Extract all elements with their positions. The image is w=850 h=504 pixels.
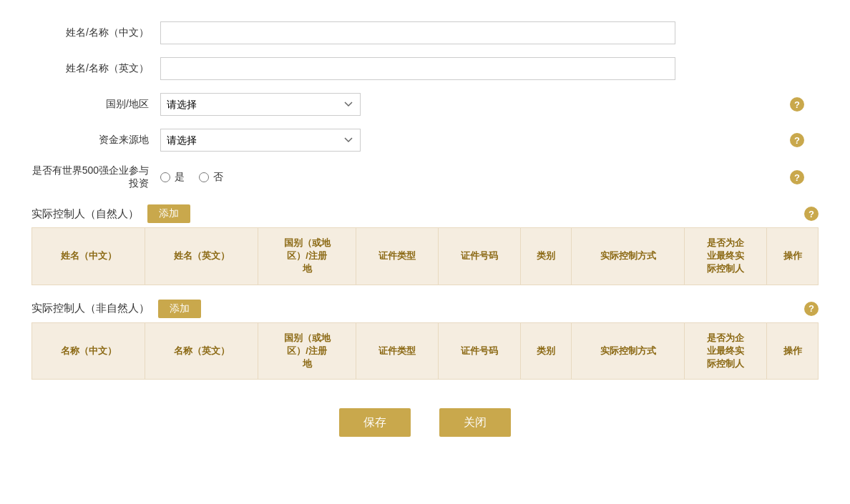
non-natural-col-is-ultimate: 是否为企业最终实际控制人 — [685, 322, 767, 380]
fund-source-row: 资金来源地 请选择 ? — [31, 129, 819, 152]
natural-col-category: 类别 — [520, 228, 572, 285]
name-en-input[interactable] — [160, 57, 675, 80]
natural-controller-header-row: 姓名（中文） 姓名（英文） 国别（或地区）/注册地 证件类型 证件号码 类别 实… — [32, 228, 819, 285]
natural-col-is-ultimate: 是否为企业最终实际控制人 — [685, 228, 767, 285]
fortune500-help-icon[interactable]: ? — [790, 170, 804, 184]
non-natural-col-operation: 操作 — [767, 322, 819, 380]
natural-controller-section: 实际控制人（自然人） 添加 ? 姓名（中文） 姓名（英文） 国别（或地区）/注册… — [31, 204, 819, 285]
non-natural-controller-table: 名称（中文） 名称（英文） 国别（或地区）/注册地 证件类型 证件号码 类别 实… — [31, 322, 819, 380]
natural-col-cert-type: 证件类型 — [356, 228, 438, 285]
natural-col-country: 国别（或地区）/注册地 — [258, 228, 356, 285]
country-row: 国别/地区 请选择 ? — [31, 93, 819, 116]
non-natural-col-name-en: 名称（英文） — [145, 322, 258, 380]
radio-no-input[interactable] — [199, 172, 209, 182]
radio-yes-label: 是 — [175, 171, 185, 184]
non-natural-col-cert-no: 证件号码 — [438, 322, 520, 380]
country-select[interactable]: 请选择 — [160, 93, 361, 116]
natural-controller-header: 实际控制人（自然人） 添加 ? — [31, 204, 819, 223]
fortune500-radio-group: 是 否 — [160, 171, 223, 184]
fund-source-select[interactable]: 请选择 — [160, 129, 361, 152]
fortune500-row: 是否有世界500强企业参与投资 是 否 ? — [31, 164, 819, 190]
name-zh-row: 姓名/名称（中文） — [31, 21, 819, 44]
natural-col-operation: 操作 — [767, 228, 819, 285]
natural-controller-title: 实际控制人（自然人） — [31, 207, 139, 221]
fortune500-label: 是否有世界500强企业参与投资 — [31, 164, 160, 190]
radio-no-option[interactable]: 否 — [199, 171, 223, 184]
radio-yes-input[interactable] — [160, 172, 170, 182]
non-natural-col-name-zh: 名称（中文） — [32, 322, 145, 380]
natural-controller-header-left: 实际控制人（自然人） 添加 — [31, 204, 190, 223]
natural-controller-table-head: 姓名（中文） 姓名（英文） 国别（或地区）/注册地 证件类型 证件号码 类别 实… — [32, 228, 819, 285]
natural-col-name-en: 姓名（英文） — [145, 228, 258, 285]
natural-controller-table: 姓名（中文） 姓名（英文） 国别（或地区）/注册地 证件类型 证件号码 类别 实… — [31, 227, 819, 285]
close-button[interactable]: 关闭 — [439, 408, 511, 437]
natural-controller-help-icon[interactable]: ? — [804, 207, 819, 221]
natural-col-name-zh: 姓名（中文） — [32, 228, 145, 285]
name-zh-label: 姓名/名称（中文） — [31, 26, 160, 39]
non-natural-controller-header-left: 实际控制人（非自然人） 添加 — [31, 300, 201, 318]
non-natural-col-cert-type: 证件类型 — [356, 322, 438, 380]
form-section: 姓名/名称（中文） 姓名/名称（英文） 国别/地区 请选择 ? 资金来源地 请选… — [31, 21, 819, 190]
non-natural-controller-add-btn[interactable]: 添加 — [158, 300, 201, 318]
fund-source-label: 资金来源地 — [31, 134, 160, 147]
country-label: 国别/地区 — [31, 98, 160, 111]
non-natural-col-category: 类别 — [520, 322, 572, 380]
radio-yes-option[interactable]: 是 — [160, 171, 185, 184]
save-button[interactable]: 保存 — [339, 408, 411, 437]
country-help-icon[interactable]: ? — [790, 97, 804, 112]
name-zh-input[interactable] — [160, 21, 675, 44]
natural-controller-add-btn[interactable]: 添加 — [147, 204, 190, 223]
non-natural-controller-section: 实际控制人（非自然人） 添加 ? 名称（中文） 名称（英文） 国别（或地区）/注… — [31, 300, 819, 380]
non-natural-controller-help-icon[interactable]: ? — [804, 302, 819, 316]
non-natural-controller-header-row: 名称（中文） 名称（英文） 国别（或地区）/注册地 证件类型 证件号码 类别 实… — [32, 322, 819, 380]
non-natural-controller-title: 实际控制人（非自然人） — [31, 302, 150, 315]
non-natural-col-country: 国别（或地区）/注册地 — [258, 322, 356, 380]
radio-no-label: 否 — [213, 171, 223, 184]
bottom-buttons: 保存 关闭 — [31, 408, 819, 458]
non-natural-controller-header: 实际控制人（非自然人） 添加 ? — [31, 300, 819, 318]
name-en-row: 姓名/名称（英文） — [31, 57, 819, 80]
natural-col-control-method: 实际控制方式 — [572, 228, 685, 285]
non-natural-col-control-method: 实际控制方式 — [572, 322, 685, 380]
page-container: 姓名/名称（中文） 姓名/名称（英文） 国别/地区 请选择 ? 资金来源地 请选… — [31, 21, 819, 458]
fund-source-help-icon[interactable]: ? — [790, 133, 804, 147]
name-en-label: 姓名/名称（英文） — [31, 62, 160, 75]
non-natural-controller-table-head: 名称（中文） 名称（英文） 国别（或地区）/注册地 证件类型 证件号码 类别 实… — [32, 322, 819, 380]
natural-col-cert-no: 证件号码 — [438, 228, 520, 285]
